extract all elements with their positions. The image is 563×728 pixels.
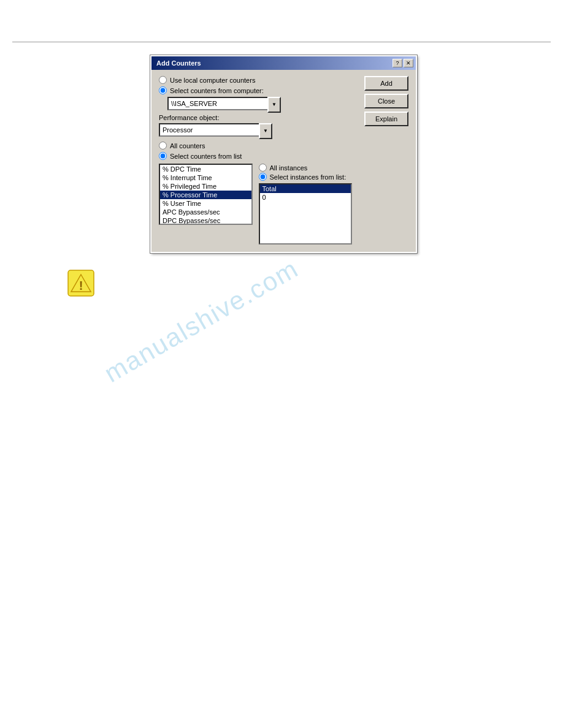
performance-object-row: Processor (159, 123, 352, 137)
radio-select-computer[interactable] (159, 86, 167, 94)
list-item[interactable]: % User Time (160, 199, 251, 208)
perf-object-dropdown-wrapper: Processor (159, 123, 272, 137)
top-divider (12, 42, 551, 42)
list-item[interactable]: % Privileged Time (160, 182, 251, 191)
close-button[interactable]: Close (364, 94, 408, 108)
list-item-selected[interactable]: % Processor Time (160, 191, 251, 199)
radio-select-instances-label: Select instances from list: (270, 173, 347, 181)
watermark: manualshive.com (99, 254, 304, 389)
top-section: Use local computer counters Select count… (159, 76, 408, 245)
counters-list-radio-row: Select counters from list (159, 152, 352, 160)
radio-use-local-label: Use local computer counters (170, 77, 255, 84)
counters-radio-row: All counters (159, 142, 352, 150)
dialog-content: Use local computer counters Select count… (151, 70, 416, 252)
performance-object-label: Performance object: (159, 114, 352, 121)
counters-col: % DPC Time % Interrupt Time % Privileged… (159, 164, 253, 225)
dialog-title-bar: Add Counters ? ✕ (151, 56, 416, 70)
radio-all-instances-label: All instances (270, 164, 308, 172)
radio-select-instances-from-list[interactable] (259, 173, 267, 181)
select-instances-radio-row: Select instances from list: (259, 173, 353, 181)
instances-radio-section: All instances Select instances from list… (259, 164, 353, 182)
top-left: Use local computer counters Select count… (159, 76, 352, 245)
instances-listbox[interactable]: Total 0 (259, 183, 353, 245)
dialog-close-button[interactable]: ✕ (404, 59, 413, 67)
radio-row-local: Use local computer counters (159, 76, 352, 84)
list-item-0[interactable]: 0 (260, 193, 351, 202)
computer-dropdown[interactable]: \\ISA_SERVER (167, 97, 278, 110)
list-item[interactable]: APC Bypasses/sec (160, 208, 251, 216)
instances-col: All instances Select instances from list… (259, 164, 353, 245)
list-item[interactable]: % Interrupt Time (160, 173, 251, 182)
button-column: Add Close Explain (364, 76, 408, 245)
computer-dropdown-wrapper: \\ISA_SERVER (167, 97, 281, 110)
help-button[interactable]: ? (393, 59, 402, 67)
title-bar-controls: ? ✕ (393, 59, 413, 67)
explain-button[interactable]: Explain (364, 112, 408, 126)
radio-select-counters-from-list-label: Select counters from list (170, 153, 242, 160)
two-col-section: % DPC Time % Interrupt Time % Privileged… (159, 164, 352, 245)
dialog-title: Add Counters (156, 59, 201, 67)
svg-text:!: ! (79, 279, 83, 292)
radio-use-local[interactable] (159, 76, 167, 84)
add-counters-dialog: Add Counters ? ✕ Use local computer coun… (150, 55, 417, 253)
list-item-total[interactable]: Total (260, 184, 351, 193)
perf-object-dropdown[interactable]: Processor (159, 123, 269, 137)
radio-select-counters-from-list[interactable] (159, 152, 167, 160)
warning-icon: ! (67, 270, 94, 297)
computer-dropdown-row: \\ISA_SERVER (167, 97, 352, 110)
counters-listbox[interactable]: % DPC Time % Interrupt Time % Privileged… (159, 164, 253, 225)
radio-row-computer: Select counters from computer: (159, 86, 352, 94)
add-button[interactable]: Add (364, 76, 408, 91)
all-instances-radio-row: All instances (259, 164, 353, 172)
radio-all-counters-label: All counters (170, 142, 205, 150)
radio-select-computer-label: Select counters from computer: (170, 87, 264, 94)
list-item[interactable]: % DPC Time (160, 165, 251, 173)
list-item[interactable]: DPC Bypasses/sec (160, 216, 251, 225)
radio-all-counters[interactable] (159, 142, 167, 150)
radio-all-instances[interactable] (259, 164, 267, 172)
